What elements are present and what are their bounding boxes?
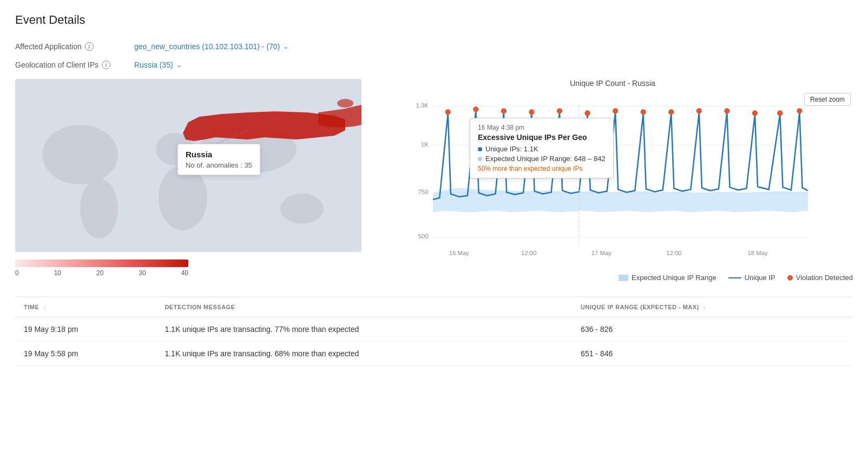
svg-point-33 xyxy=(752,110,758,116)
unique-ip-legend-label: Unique IP xyxy=(745,274,775,282)
table-header-row: TIME ↕ DETECTION MESSAGE UNIQUE IP RANGE… xyxy=(15,297,853,317)
col-time: TIME ↕ xyxy=(15,297,156,317)
chart-container: Reset zoom 1.3K 1K 750 500 16 May 12:00 … xyxy=(372,91,853,269)
legend-label-0: 0 xyxy=(15,269,19,277)
svg-text:18 May: 18 May xyxy=(748,250,768,256)
svg-point-7 xyxy=(337,99,353,108)
svg-point-4 xyxy=(42,125,118,184)
table-section: TIME ↕ DETECTION MESSAGE UNIQUE IP RANGE… xyxy=(15,297,853,366)
violation-legend-label: Violation Detected xyxy=(796,274,853,282)
unique-ip-legend-line xyxy=(728,277,741,278)
svg-point-28 xyxy=(613,108,618,114)
left-panel: Russia No of. anomalies : 35 0 10 20 30 … xyxy=(15,79,361,282)
expected-range-legend-box xyxy=(619,275,628,281)
affected-application-row: Affected Application i geo_new_countries… xyxy=(15,42,853,51)
page-container: Event Details Affected Application i geo… xyxy=(0,0,868,466)
expected-range-dot xyxy=(478,157,482,161)
affected-application-label: Affected Application i xyxy=(15,42,134,51)
data-table: TIME ↕ DETECTION MESSAGE UNIQUE IP RANGE… xyxy=(15,297,853,366)
col-range: UNIQUE IP RANGE (EXPECTED - MAX) ↕ xyxy=(572,297,853,317)
table-body: 19 May 9:18 pm 1.1K unique IPs are trans… xyxy=(15,317,853,366)
geolocation-row: Geolocation of Client IPs i Russia (35) … xyxy=(15,61,853,69)
col-message: DETECTION MESSAGE xyxy=(156,297,572,317)
svg-text:12:00: 12:00 xyxy=(521,250,536,256)
map-tooltip: Russia No of. anomalies : 35 xyxy=(177,144,260,175)
svg-point-32 xyxy=(724,108,729,114)
svg-point-31 xyxy=(696,108,702,114)
chart-tooltip-unique-ips: Unique IPs: 1.1K xyxy=(478,145,606,153)
legend-labels: 0 10 20 30 40 xyxy=(15,269,188,277)
chart-tooltip-date: 16 May 4:38 pm xyxy=(478,124,606,131)
svg-text:1K: 1K xyxy=(421,141,429,148)
map-legend-container: 0 10 20 30 40 xyxy=(15,259,361,277)
chart-tooltip-warning: 50% more than expected unique IPs xyxy=(478,165,606,172)
legend-label-10: 10 xyxy=(54,269,61,277)
geolocation-label: Geolocation of Client IPs i xyxy=(15,61,134,69)
row2-time: 19 May 5:58 pm xyxy=(15,342,156,366)
svg-point-1 xyxy=(159,165,207,230)
svg-point-29 xyxy=(641,109,646,115)
legend-label-20: 20 xyxy=(96,269,103,277)
reset-zoom-button[interactable]: Reset zoom xyxy=(804,93,851,106)
svg-point-25 xyxy=(529,109,534,115)
svg-point-34 xyxy=(777,110,782,116)
page-title: Event Details xyxy=(15,13,853,27)
expected-range-legend-label: Expected Unique IP Range xyxy=(632,274,716,282)
map-tooltip-title: Russia xyxy=(186,150,252,159)
svg-point-24 xyxy=(501,108,507,114)
row2-message: 1.1K unique IPs are transacting. 68% mor… xyxy=(156,342,572,366)
range-sort-icon[interactable]: ↕ xyxy=(703,304,706,310)
unique-ips-dot xyxy=(478,147,482,151)
geolocation-info-icon[interactable]: i xyxy=(102,61,110,69)
chart-tooltip-expected-range: Expected Unique IP Range: 648 – 842 xyxy=(478,155,606,163)
time-sort-icon[interactable]: ↕ xyxy=(43,304,47,310)
main-content: Russia No of. anomalies : 35 0 10 20 30 … xyxy=(15,79,853,282)
right-panel: Unique IP Count - Russia Reset zoom 1.3K… xyxy=(372,79,853,282)
legend-item-expected: Expected Unique IP Range xyxy=(619,274,716,282)
affected-application-value[interactable]: geo_new_countries (10.102.103.101) - (70… xyxy=(134,42,288,51)
svg-point-22 xyxy=(445,109,451,115)
chart-legend: Expected Unique IP Range Unique IP Viola… xyxy=(372,274,853,282)
affected-application-chevron-icon: ⌄ xyxy=(283,43,288,50)
geolocation-value[interactable]: Russia (35) ⌄ xyxy=(134,61,182,69)
svg-text:750: 750 xyxy=(418,189,429,195)
table-row: 19 May 5:58 pm 1.1K unique IPs are trans… xyxy=(15,342,853,366)
svg-point-23 xyxy=(473,106,478,112)
svg-text:17 May: 17 May xyxy=(591,250,611,256)
chart-tooltip-title: Excessive Unique IPs Per Geo xyxy=(478,133,606,142)
chart-svg: 1.3K 1K 750 500 16 May 12:00 17 May 12:0… xyxy=(372,91,853,269)
svg-point-30 xyxy=(668,109,674,115)
svg-point-6 xyxy=(280,194,324,224)
legend-item-unique: Unique IP xyxy=(728,274,775,282)
chart-title: Unique IP Count - Russia xyxy=(372,79,853,88)
table-header: TIME ↕ DETECTION MESSAGE UNIQUE IP RANGE… xyxy=(15,297,853,317)
geolocation-chevron-icon: ⌄ xyxy=(176,61,182,69)
svg-text:500: 500 xyxy=(418,233,429,239)
svg-point-35 xyxy=(797,108,802,114)
legend-gradient xyxy=(15,259,188,267)
legend-label-40: 40 xyxy=(181,269,188,277)
chart-tooltip: 16 May 4:38 pm Excessive Unique IPs Per … xyxy=(470,118,614,178)
legend-item-violation: Violation Detected xyxy=(787,274,853,282)
legend-label-30: 30 xyxy=(139,269,146,277)
svg-point-26 xyxy=(557,108,562,114)
row2-range: 651 - 846 xyxy=(572,342,853,366)
affected-application-info-icon[interactable]: i xyxy=(85,42,94,51)
map-container[interactable]: Russia No of. anomalies : 35 xyxy=(15,79,361,252)
svg-text:1.3K: 1.3K xyxy=(416,102,429,109)
table-row: 19 May 9:18 pm 1.1K unique IPs are trans… xyxy=(15,317,853,342)
row1-range: 636 - 826 xyxy=(572,317,853,342)
svg-point-27 xyxy=(584,110,590,116)
svg-text:16 May: 16 May xyxy=(449,250,469,256)
map-tooltip-anomalies: No of. anomalies : 35 xyxy=(186,161,252,169)
svg-text:12:00: 12:00 xyxy=(666,250,681,256)
svg-point-5 xyxy=(80,179,118,238)
row1-time: 19 May 9:18 pm xyxy=(15,317,156,342)
violation-legend-dot xyxy=(787,275,793,281)
row1-message: 1.1K unique IPs are transacting. 77% mor… xyxy=(156,317,572,342)
